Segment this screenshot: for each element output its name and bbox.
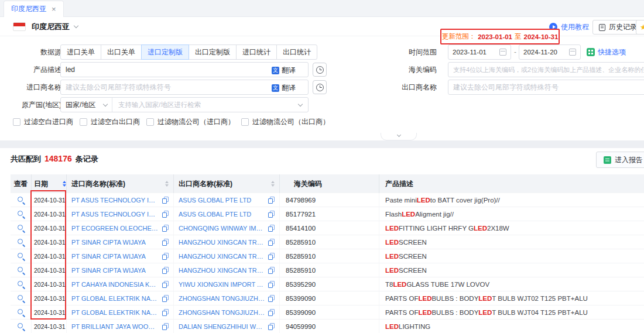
data-source-option[interactable]: 进口统计: [236, 44, 277, 60]
translate-button[interactable]: 文 翻译: [272, 83, 296, 93]
column-header[interactable]: 产品描述: [379, 174, 644, 193]
copy-icon[interactable]: [268, 295, 275, 302]
copy-icon[interactable]: [268, 197, 275, 204]
importer-link[interactable]: PT CAHAYA INDONESIA KARGO: [71, 281, 159, 288]
exporter-link[interactable]: ASUS GLOBAL PTE LTD: [179, 211, 265, 218]
checkbox-icon[interactable]: [241, 118, 249, 126]
data-source-option[interactable]: 出口关单: [101, 44, 142, 60]
importer-link[interactable]: PT SINAR CIPTA WIJAYA: [71, 267, 159, 274]
copy-icon[interactable]: [162, 225, 169, 232]
origin-country-input[interactable]: 支持输入国家/地区进行检索: [112, 101, 299, 109]
copy-icon[interactable]: [162, 239, 169, 246]
checkbox-icon[interactable]: [80, 118, 87, 126]
search-icon[interactable]: [17, 224, 25, 232]
quick-options-button[interactable]: 快捷选项: [587, 44, 626, 60]
start-date-input[interactable]: 2023-11-01: [448, 44, 511, 60]
sort-icon[interactable]: [165, 181, 169, 187]
copy-icon[interactable]: [162, 253, 169, 260]
copy-icon[interactable]: [162, 211, 169, 218]
exporter-link[interactable]: HANGZHOU XINGCAN TRADING CO LTD: [179, 253, 265, 260]
search-icon[interactable]: [17, 238, 25, 246]
column-header[interactable]: 出口商名称(标准): [174, 174, 280, 193]
filter-checkbox[interactable]: 过滤物流公司（进口商）: [146, 117, 235, 127]
caret-down-icon: [165, 184, 169, 187]
copy-icon[interactable]: [162, 295, 169, 302]
search-icon[interactable]: [17, 308, 25, 317]
exporter-link[interactable]: HANGZHOU XINGCAN TRADING CO LTD: [179, 267, 265, 274]
importer-link[interactable]: PT GLOBAL ELEKTRIK NASIONAL: [71, 295, 159, 302]
data-source-option[interactable]: 出口统计: [276, 44, 317, 60]
hs-code: 85414100: [280, 221, 379, 235]
exporter-link[interactable]: CHONGQING WINWAY IMPORT AND E...: [179, 225, 265, 232]
copy-icon[interactable]: [162, 267, 169, 274]
filter-checkbox[interactable]: 过滤物流公司（出口商）: [241, 117, 330, 127]
importer-link[interactable]: PT ECOGREEN OLEOCHEMICALS: [71, 225, 159, 232]
exporter-link[interactable]: ZHONGSHAN TONGJIUZHOU INTERNA...: [179, 309, 265, 316]
search-icon[interactable]: [17, 294, 25, 303]
sort-icon[interactable]: [63, 181, 66, 187]
copy-icon[interactable]: [268, 281, 275, 288]
checkbox-icon[interactable]: [13, 118, 20, 126]
exporter-link[interactable]: DALIAN SHENGZHIHUI WOOD INDUST...: [179, 323, 265, 330]
enter-report-button[interactable]: 进入报告: [596, 152, 644, 168]
filter-checkbox[interactable]: 过滤空白进口商: [13, 117, 73, 127]
importer-link[interactable]: PT SINAR CIPTA WIJAYA: [71, 239, 159, 246]
search-icon[interactable]: [17, 266, 25, 274]
favorite-button[interactable]: ★: [636, 20, 644, 35]
data-source-option[interactable]: 出口定制版: [189, 44, 237, 60]
copy-icon[interactable]: [268, 225, 275, 232]
product-description: PARTS OF LED BULBS : BODY LED T BULB WJT…: [379, 291, 644, 305]
country-selector-label[interactable]: 印度尼西亚: [32, 22, 70, 32]
copy-icon[interactable]: [268, 253, 275, 260]
data-source-group: 进口关单出口关单进口定制版出口定制版进口统计出口统计: [60, 44, 317, 60]
search-icon[interactable]: [17, 322, 25, 331]
search-history-button[interactable]: [313, 63, 327, 77]
copy-icon[interactable]: [162, 323, 169, 330]
translate-button[interactable]: 文 翻译: [272, 66, 296, 75]
copy-icon[interactable]: [268, 239, 275, 246]
record-date: 2024-10-31: [32, 235, 67, 249]
exporter-name-input[interactable]: [448, 80, 644, 95]
importer-link[interactable]: PT GLOBAL ELEKTRIK NASIONAL: [71, 309, 159, 316]
copy-icon[interactable]: [268, 323, 275, 330]
exporter-link[interactable]: YIWU XIONGXIN IMPORT AND EXPORT...: [179, 281, 265, 288]
data-source-option[interactable]: 进口定制版: [141, 44, 189, 60]
column-header[interactable]: 日期: [32, 174, 67, 193]
search-icon[interactable]: [17, 252, 25, 260]
copy-icon[interactable]: [268, 267, 275, 274]
filter-checkbox[interactable]: 过滤空白出口商: [80, 117, 140, 127]
importer-cell: PT GLOBAL ELEKTRIK NASIONAL: [67, 291, 174, 305]
copy-icon[interactable]: [162, 281, 169, 288]
importer-link[interactable]: PT BRILLIANT JAYA WOOD INDUSTRY: [71, 323, 159, 330]
checkbox-icon[interactable]: [146, 118, 154, 126]
data-source-option[interactable]: 进口关单: [60, 44, 101, 60]
copy-icon[interactable]: [268, 211, 275, 218]
origin-country-select[interactable]: 国家/地区: [61, 98, 112, 112]
column-header-label: 查看: [14, 179, 28, 189]
tab-indonesia[interactable]: 印度尼西亚 ×: [4, 1, 64, 17]
column-header[interactable]: 进口商名称(标准): [67, 174, 174, 193]
column-header[interactable]: 查看: [11, 174, 32, 193]
copy-icon[interactable]: [162, 197, 169, 204]
importer-link[interactable]: PT ASUS TECHNOLOGY INDONESIA BA...: [71, 197, 159, 204]
search-history-button[interactable]: [313, 80, 327, 94]
view-cell: [11, 221, 32, 235]
column-header[interactable]: 海关编码: [280, 174, 379, 193]
importer-link[interactable]: PT ASUS TECHNOLOGY INDONESIA BA...: [71, 211, 159, 218]
search-icon[interactable]: [17, 210, 25, 218]
copy-icon[interactable]: [162, 309, 169, 316]
sort-icon[interactable]: [271, 181, 275, 187]
chevron-down-icon[interactable]: [74, 23, 78, 28]
search-icon[interactable]: [17, 196, 25, 204]
exporter-link[interactable]: HANGZHOU XINGCAN TRADING CO LTD: [179, 239, 265, 246]
clock-icon: [316, 66, 324, 74]
importer-link[interactable]: PT SINAR CIPTA WIJAYA: [71, 253, 159, 260]
tab-close-icon[interactable]: ×: [52, 5, 56, 13]
copy-icon[interactable]: [268, 309, 275, 316]
end-date-input[interactable]: 2024-11-20: [519, 44, 581, 60]
search-icon[interactable]: [17, 280, 25, 289]
collapse-panel-button[interactable]: [381, 133, 417, 140]
exporter-link[interactable]: ZHONGSHAN TONGJIUZHOU INTERNA...: [179, 295, 265, 302]
hs-code-input[interactable]: [448, 62, 644, 77]
exporter-link[interactable]: ASUS GLOBAL PTE LTD: [179, 197, 265, 204]
